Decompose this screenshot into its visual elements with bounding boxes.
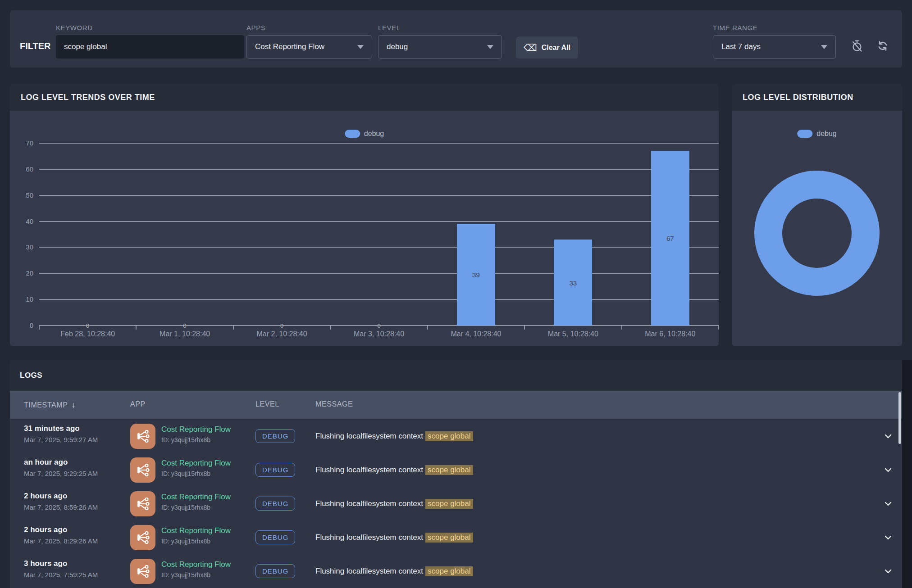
scrollbar[interactable]: [898, 392, 901, 444]
gridline: [39, 273, 719, 274]
table-row[interactable]: 2 hours agoMar 7, 2025, 8:59:26 AMCost R…: [10, 487, 902, 520]
keyword-label: KEYWORD: [56, 24, 93, 32]
refresh-button[interactable]: [876, 39, 889, 53]
time-range-label: TIME RANGE: [713, 24, 757, 32]
bar-value-label: 67: [651, 235, 689, 242]
bar-value-label: 33: [554, 279, 592, 286]
log-message: Flushing localfilesystem contextscope gl…: [315, 419, 473, 453]
gridline: [39, 143, 719, 144]
axis-tick: [524, 326, 525, 330]
level-select[interactable]: debug: [378, 35, 502, 59]
apps-select[interactable]: Cost Reporting Flow: [246, 35, 372, 59]
relative-time: 2 hours ago: [24, 525, 67, 534]
column-header-timestamp[interactable]: TIMESTAMP↓: [24, 400, 76, 410]
timestamp: Mar 7, 2025, 9:29:25 AM: [24, 470, 98, 477]
workflow-icon: [130, 559, 155, 584]
timer-off-button[interactable]: [850, 39, 864, 53]
legend[interactable]: debug: [797, 130, 837, 138]
gridline: [39, 221, 719, 222]
trends-panel-header: LOG LEVEL TRENDS OVER TIME: [10, 84, 719, 111]
message-text: Flushing localfilesystem context: [315, 432, 423, 441]
relative-time: 2 hours ago: [24, 492, 67, 501]
trends-panel-title: LOG LEVEL TRENDS OVER TIME: [21, 93, 155, 102]
level-badge: DEBUG: [255, 530, 295, 544]
message-highlight: scope global: [425, 465, 473, 475]
gridline: [39, 169, 719, 170]
axis-tick: [718, 326, 719, 330]
bar-debug[interactable]: 67: [651, 151, 689, 326]
message-highlight: scope global: [425, 499, 473, 509]
chevron-down-icon: [487, 45, 493, 49]
bar-value-label: 0: [280, 322, 283, 329]
app-name-link[interactable]: Cost Reporting Flow: [161, 459, 231, 468]
workflow-icon: [130, 525, 155, 550]
axis-tick: [427, 326, 428, 330]
axis-tick: [233, 326, 234, 330]
bar-debug[interactable]: 33: [554, 240, 592, 326]
log-message: Flushing localfilesystem contextscope gl…: [315, 554, 473, 588]
refresh-icon: [876, 47, 889, 54]
message-text: Flushing localfilesystem context: [315, 466, 423, 475]
chevron-down-icon[interactable]: [883, 465, 893, 477]
message-highlight: scope global: [425, 566, 473, 576]
gridline: [39, 247, 719, 248]
table-row[interactable]: 31 minutes agoMar 7, 2025, 9:59:27 AMCos…: [10, 419, 902, 453]
backspace-icon: ⌫: [524, 42, 537, 53]
time-range-select[interactable]: Last 7 days: [713, 35, 836, 59]
y-tick-label: 70: [10, 139, 33, 147]
filter-bar: FILTER KEYWORD APPS Cost Reporting Flow …: [10, 10, 902, 68]
app-name-link[interactable]: Cost Reporting Flow: [161, 526, 231, 535]
bar-value-label: 39: [457, 271, 495, 279]
x-tick-label: Mar 4, 10:28:40: [451, 330, 501, 338]
chevron-down-icon[interactable]: [883, 533, 893, 544]
distribution-panel: LOG LEVEL DISTRIBUTION debug: [732, 84, 902, 346]
message-text: Flushing localfilesystem context: [315, 533, 423, 542]
axis-tick: [136, 326, 137, 330]
app-name-link[interactable]: Cost Reporting Flow: [161, 560, 231, 569]
workflow-icon: [130, 491, 155, 516]
column-header-timestamp-label: TIMESTAMP: [24, 401, 68, 409]
level-badge: DEBUG: [255, 497, 295, 511]
keyword-input[interactable]: [56, 35, 244, 59]
x-tick-label: Mar 5, 10:28:40: [548, 330, 598, 338]
y-tick-label: 10: [10, 295, 33, 303]
bar-debug[interactable]: 39: [457, 224, 495, 326]
time-range-select-value: Last 7 days: [721, 42, 761, 51]
level-select-value: debug: [387, 42, 408, 51]
x-tick-label: Mar 2, 10:28:40: [257, 330, 307, 338]
level-badge: DEBUG: [255, 564, 295, 578]
table-row[interactable]: 2 hours agoMar 7, 2025, 8:29:26 AMCost R…: [10, 520, 902, 554]
scrollbar-gutter: [902, 360, 912, 588]
y-tick-label: 20: [10, 269, 33, 277]
x-tick-label: Mar 1, 10:28:40: [160, 330, 210, 338]
timer-off-icon: [850, 47, 864, 54]
legend[interactable]: debug: [345, 130, 384, 138]
y-tick-label: 50: [10, 191, 33, 199]
message-highlight: scope global: [425, 533, 473, 543]
chevron-down-icon[interactable]: [883, 499, 893, 511]
column-header-message[interactable]: MESSAGE: [315, 400, 353, 408]
column-header-app[interactable]: APP: [130, 400, 146, 408]
chevron-down-icon[interactable]: [883, 431, 893, 443]
log-message: Flushing localfilesystem contextscope gl…: [315, 520, 473, 554]
app-name-link[interactable]: Cost Reporting Flow: [161, 425, 231, 434]
donut-chart[interactable]: [754, 171, 880, 296]
legend-swatch-debug: [797, 130, 812, 138]
app-id: ID: y3qujj15rhx8b: [161, 504, 210, 511]
log-message: Flushing localfilesystem contextscope gl…: [315, 487, 473, 520]
relative-time: 3 hours ago: [24, 559, 67, 568]
workflow-icon: [130, 457, 155, 483]
axis-tick: [621, 326, 622, 330]
clear-all-button[interactable]: ⌫ Clear All: [516, 36, 578, 59]
trends-panel: LOG LEVEL TRENDS OVER TIME debug 0102030…: [10, 84, 719, 346]
bar-chart: debug 010203040506070Feb 28, 10:28:400Ma…: [10, 111, 719, 346]
chevron-down-icon[interactable]: [883, 566, 893, 578]
table-row[interactable]: an hour agoMar 7, 2025, 9:29:25 AMCost R…: [10, 453, 902, 487]
app-name-link[interactable]: Cost Reporting Flow: [161, 493, 231, 502]
x-tick-label: Mar 3, 10:28:40: [354, 330, 404, 338]
gridline: [39, 195, 719, 196]
column-header-level[interactable]: LEVEL: [255, 400, 279, 408]
level-badge: DEBUG: [255, 463, 295, 477]
distribution-panel-header: LOG LEVEL DISTRIBUTION: [732, 84, 902, 111]
table-row[interactable]: 3 hours agoMar 7, 2025, 7:59:25 AMCost R…: [10, 554, 902, 588]
